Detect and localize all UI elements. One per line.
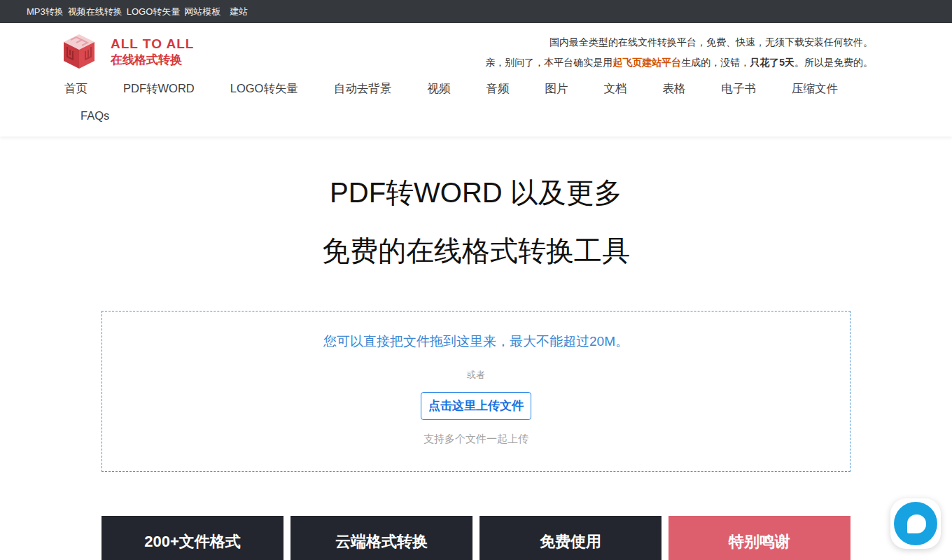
nav-link-image[interactable]: 图片 — [545, 81, 568, 97]
nav-link-document[interactable]: 文档 — [603, 81, 626, 97]
nav-link-faqs[interactable]: FAQs — [80, 109, 109, 122]
topbar: MP3转换 视频在线转换 LOGO转矢量 网站模板 建站 — [0, 0, 952, 23]
nav-item-video[interactable]: 视频 — [427, 75, 450, 102]
feature-cards: 200+文件格式 云端格式转换 免费使用 特别鸣谢 — [102, 516, 850, 560]
nav-link-video[interactable]: 视频 — [427, 81, 450, 97]
tagline-line2-prefix: 亲，别问了，本平台确实是用 — [485, 57, 612, 68]
hero-title-line2: 免费的在线格式转换工具 — [0, 235, 952, 266]
topbar-link-video[interactable]: 视频在线转换 — [68, 6, 122, 18]
brand-subtitle: 在线格式转换 — [111, 52, 194, 68]
nav-link-audio[interactable]: 音频 — [486, 81, 509, 97]
upload-support-note: 支持多个文件一起上传 — [102, 433, 850, 446]
feature-card-free: 免费使用 — [479, 516, 662, 560]
brand-title: ALL TO ALL — [111, 36, 194, 52]
nav-link-logo2vector[interactable]: LOGO转矢量 — [230, 81, 298, 97]
tagline-highlight-link[interactable]: 起飞页建站平台 — [612, 57, 681, 68]
chat-bubble-glyph — [907, 514, 926, 533]
nav-item-ebook[interactable]: 电子书 — [721, 75, 756, 102]
tagline-line2-suffix: 。所以是免费的。 — [794, 57, 873, 68]
nav-link-home[interactable]: 首页 — [64, 81, 88, 97]
nav-item-spreadsheet[interactable]: 表格 — [662, 75, 685, 102]
nav-link-spreadsheet[interactable]: 表格 — [662, 81, 685, 97]
nav-item-home[interactable]: 首页 — [64, 75, 88, 102]
nav-item-audio[interactable]: 音频 — [486, 75, 509, 102]
nav-item-faqs[interactable]: FAQs — [80, 102, 109, 130]
or-label: 或者 — [102, 369, 850, 382]
nav-link-archive[interactable]: 压缩文件 — [792, 81, 838, 97]
upload-dropzone[interactable]: 您可以直接把文件拖到这里来，最大不能超过20M。 或者 点击这里上传文件 支持多… — [102, 311, 850, 472]
nav-item-image[interactable]: 图片 — [545, 75, 568, 102]
topbar-link-logo[interactable]: LOGO转矢量 — [127, 6, 181, 18]
brand[interactable]: ALL TO ALL 在线格式转换 — [62, 31, 194, 72]
chat-bubble-icon — [894, 502, 937, 545]
hero-section: PDF转WORD 以及更多 免费的在线格式转换工具 — [0, 177, 952, 266]
hero-title-line1: PDF转WORD 以及更多 — [0, 177, 952, 208]
topbar-link-sitebuild[interactable]: 建站 — [230, 6, 248, 18]
nav-item-pdf2word[interactable]: PDF转WORD — [123, 75, 195, 102]
nav-item-document[interactable]: 文档 — [603, 75, 626, 102]
feature-card-formats: 200+文件格式 — [102, 516, 284, 560]
nav-item-remove-bg[interactable]: 自动去背景 — [334, 75, 392, 102]
nav-item-archive[interactable]: 压缩文件 — [792, 75, 838, 102]
cube-logo-icon — [62, 33, 97, 71]
upload-button[interactable]: 点击这里上传文件 — [421, 392, 531, 420]
nav-item-logo2vector[interactable]: LOGO转矢量 — [230, 75, 298, 102]
chat-widget-button[interactable] — [890, 498, 941, 549]
topbar-link-templates[interactable]: 网站模板 — [184, 6, 220, 18]
drop-hint-text: 您可以直接把文件拖到这里来，最大不能超过20M。 — [102, 332, 850, 351]
nav-link-ebook[interactable]: 电子书 — [721, 81, 756, 97]
nav-link-remove-bg[interactable]: 自动去背景 — [334, 81, 392, 97]
topbar-link-mp3[interactable]: MP3转换 — [27, 6, 64, 18]
tagline: 国内最全类型的在线文件转换平台，免费、快速，无须下载安装任何软件。 亲，别问了，… — [485, 31, 873, 72]
feature-card-thanks: 特别鸣谢 — [668, 516, 850, 560]
main-nav: 首页 PDF转WORD LOGO转矢量 自动去背景 视频 音频 图片 文档 表格… — [0, 72, 952, 130]
site-header: ALL TO ALL 在线格式转换 国内最全类型的在线文件转换平台，免费、快速，… — [0, 23, 952, 136]
nav-link-pdf2word[interactable]: PDF转WORD — [123, 81, 195, 97]
tagline-line2-middle: 生成的，没错， — [681, 57, 750, 68]
tagline-line2: 亲，别问了，本平台确实是用起飞页建站平台生成的，没错，只花了5天。所以是免费的。 — [485, 52, 873, 73]
feature-card-cloud: 云端格式转换 — [290, 516, 472, 560]
tagline-line2-bold: 只花了5天 — [750, 57, 794, 68]
tagline-line1: 国内最全类型的在线文件转换平台，免费、快速，无须下载安装任何软件。 — [485, 32, 873, 52]
